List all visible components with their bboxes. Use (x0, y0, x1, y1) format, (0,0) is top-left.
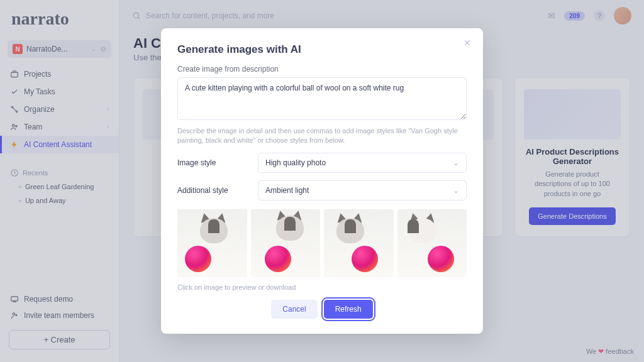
close-icon[interactable] (463, 38, 472, 50)
image-style-label: Image style (177, 158, 250, 167)
refresh-button[interactable]: Refresh (324, 300, 373, 319)
additional-style-label: Additional style (177, 186, 250, 195)
modal-title: Generate images with AI (177, 43, 467, 56)
chevron-down-icon: ⌄ (453, 158, 459, 167)
result-thumbnail[interactable] (177, 209, 247, 277)
description-textarea[interactable] (177, 77, 467, 120)
cancel-button[interactable]: Cancel (271, 300, 317, 319)
image-style-select[interactable]: High quality photo ⌄ (258, 153, 467, 173)
thumbnail-hint: Click on image to preview or download (177, 283, 467, 291)
modal-overlay: Generate images with AI Create image fro… (0, 0, 644, 362)
result-thumbnail[interactable] (251, 209, 321, 277)
generate-images-modal: Generate images with AI Create image fro… (161, 28, 483, 334)
description-hint: Describe the image in detail and then us… (177, 126, 467, 146)
result-thumbnail[interactable] (397, 209, 467, 277)
chevron-down-icon: ⌄ (453, 186, 459, 195)
additional-style-select[interactable]: Ambient light ⌄ (258, 180, 467, 200)
description-label: Create image from description (177, 65, 467, 74)
result-thumbnail[interactable] (324, 209, 394, 277)
image-results (177, 209, 467, 277)
